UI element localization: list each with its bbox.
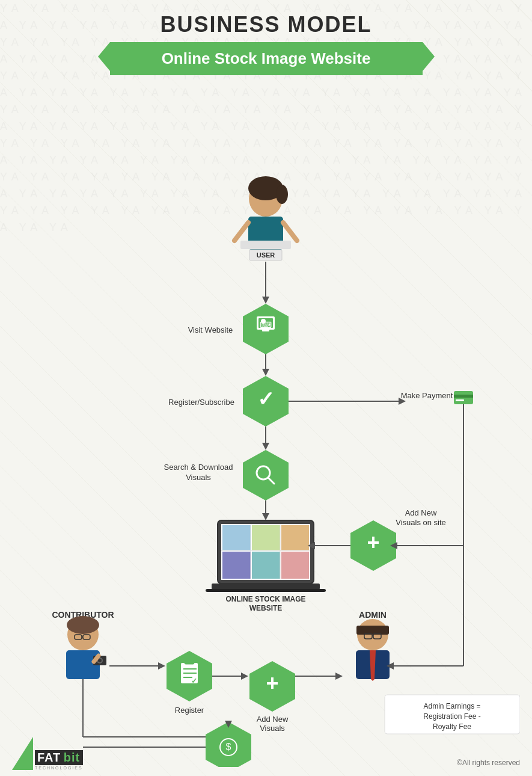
- header-section: BUSINESS MODEL Online Stock Image Websit…: [12, 12, 520, 75]
- svg-rect-33: [281, 552, 309, 579]
- copyright: ©All rights reserved: [457, 759, 520, 767]
- admin-title: ADMIN: [359, 610, 387, 620]
- search-hex: [243, 450, 289, 500]
- svg-rect-37: [212, 584, 320, 590]
- svg-rect-32: [252, 552, 280, 579]
- subtitle-text: Online Stock Image Website: [162, 49, 371, 67]
- svg-rect-28: [222, 525, 251, 550]
- svg-text:Registration Fee -: Registration Fee -: [423, 712, 480, 721]
- subtitle-banner: Online Stock Image Website: [110, 42, 423, 75]
- svg-marker-25: [262, 513, 269, 520]
- main-title: BUSINESS MODEL: [12, 12, 520, 37]
- svg-rect-58: [185, 661, 194, 664]
- make-payment-label: Make Payment: [401, 391, 453, 400]
- svg-line-1: [283, 223, 297, 241]
- add-visuals-label: Add New: [405, 508, 437, 517]
- logo-technologies: TECHNOLOGIES: [35, 766, 83, 770]
- visit-website-label: Visit Website: [188, 325, 233, 334]
- svg-marker-56: [158, 662, 165, 670]
- svg-text:+: +: [367, 530, 379, 555]
- search-label: Search & Download: [164, 463, 233, 472]
- logo-bit: bit: [64, 751, 80, 764]
- user-label: USER: [257, 251, 275, 259]
- logo-fat: FAT: [37, 751, 61, 764]
- svg-rect-69: [356, 626, 389, 635]
- add-visuals-label-2: Visuals on site: [396, 518, 446, 527]
- svg-rect-38: [206, 589, 326, 592]
- svg-marker-64: [241, 673, 248, 680]
- register-label: Register/Subscribe: [168, 398, 234, 407]
- website-label-2: WEBSITE: [249, 604, 283, 612]
- svg-text:Royalty Fee: Royalty Fee: [433, 722, 471, 731]
- svg-marker-4: [262, 297, 269, 304]
- website-label-1: ONLINE STOCK IMAGE: [225, 595, 305, 603]
- register-step-label: Register: [175, 706, 204, 715]
- svg-marker-67: [335, 673, 343, 680]
- svg-rect-30: [281, 525, 309, 550]
- svg-rect-17: [454, 395, 473, 398]
- svg-rect-31: [222, 552, 251, 579]
- svg-rect-18: [456, 399, 464, 401]
- svg-text:+: +: [266, 671, 278, 695]
- svg-text:$: $: [226, 742, 231, 752]
- add-visuals-step-label: Add New: [257, 715, 289, 724]
- svg-point-46: [67, 616, 99, 634]
- logo-section: FAT bit TECHNOLOGIES: [12, 737, 83, 770]
- add-visuals-step-label-2: Visuals: [260, 724, 285, 733]
- svg-marker-21: [262, 443, 269, 450]
- search-label-2: Visuals: [186, 473, 211, 482]
- svg-marker-12: [262, 369, 269, 376]
- svg-text:✓: ✓: [257, 387, 274, 410]
- user-laptop: [240, 241, 291, 249]
- svg-text:✓: ✓: [191, 677, 197, 685]
- svg-line-0: [234, 223, 248, 241]
- svg-point-53: [98, 659, 102, 662]
- svg-text:⌨: ⌨: [260, 320, 272, 330]
- diagram-svg: USER ⌨ Visit Website ✓ Register/Subscrib…: [12, 87, 520, 767]
- user-ponytail: [276, 185, 288, 204]
- svg-rect-29: [252, 525, 280, 550]
- earnings-text: Admin Earnings =: [423, 702, 480, 710]
